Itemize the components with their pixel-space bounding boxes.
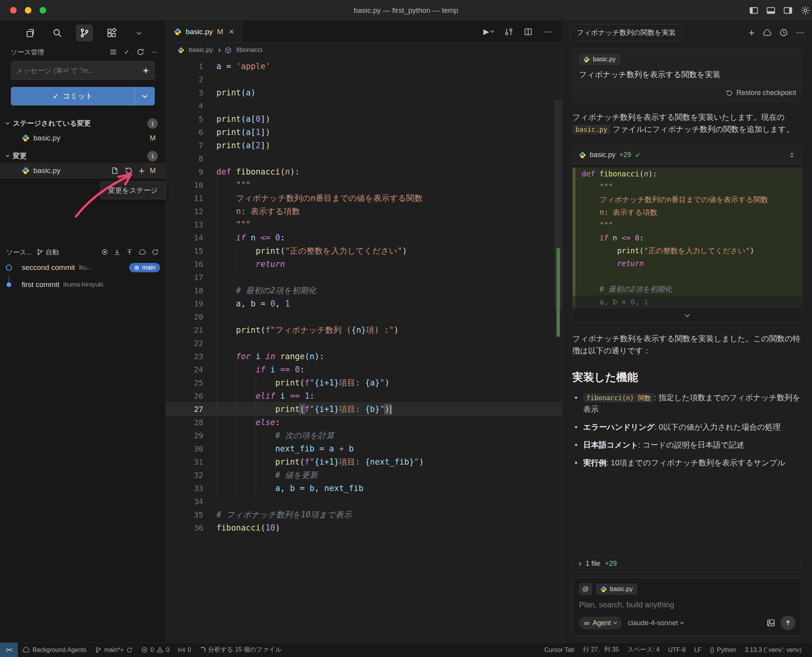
breadcrumb-symbol[interactable]: fibonacci <box>236 46 262 54</box>
line-number[interactable]: 30 <box>166 442 203 455</box>
line-number[interactable]: 27 <box>166 403 203 416</box>
model-selector[interactable]: claude-4-sonnet <box>628 619 683 627</box>
line-number[interactable]: 6 <box>166 126 203 139</box>
line-number[interactable]: 32 <box>166 469 203 482</box>
code-editor[interactable]: 1a = 'apple'23print(a)45print(a[0])6prin… <box>166 57 562 642</box>
line-number[interactable]: 34 <box>166 495 203 508</box>
indentation-status[interactable]: スペース: 4 <box>623 646 664 654</box>
code-line[interactable]: 34 <box>166 495 562 508</box>
code-line[interactable]: 28 else: <box>166 416 562 429</box>
extensions-icon[interactable] <box>103 24 120 41</box>
code-line[interactable]: 1a = 'apple' <box>166 60 562 73</box>
staged-changes-header[interactable]: ステージされている変更 1 <box>0 116 166 130</box>
run-python-file-button[interactable]: ▶ <box>483 27 494 36</box>
commit-dropdown-button[interactable] <box>135 87 155 105</box>
new-chat-icon[interactable]: + <box>749 28 755 38</box>
toggle-secondary-sidebar-icon[interactable] <box>783 6 793 15</box>
tab-basic-py[interactable]: basic.py M × <box>166 21 242 42</box>
code-line[interactable]: 17 <box>166 271 562 284</box>
line-number[interactable]: 1 <box>166 60 203 73</box>
code-line[interactable]: 4 <box>166 99 562 112</box>
background-agents-status[interactable]: Background Agents <box>18 643 91 657</box>
code-line[interactable]: 20 <box>166 310 562 323</box>
minimize-window-button[interactable] <box>25 7 31 14</box>
code-line[interactable]: 15 print("正の整数を入力してください") <box>166 244 562 258</box>
open-file-icon[interactable] <box>111 167 119 175</box>
code-line[interactable]: 9def fibonacci(n): <box>166 165 562 178</box>
commit-graph-row[interactable]: seccond commit iku... main <box>0 259 166 276</box>
code-line[interactable]: 5print(a[0]) <box>166 112 562 126</box>
code-line[interactable]: 14 if n <= 0: <box>166 231 562 244</box>
code-line[interactable]: 26 elif i == 1: <box>166 389 562 403</box>
line-number[interactable]: 20 <box>166 310 203 323</box>
line-number[interactable]: 4 <box>166 99 203 112</box>
graph-ref-picker[interactable]: 自動 <box>36 248 59 257</box>
code-line[interactable]: 8 <box>166 152 562 165</box>
code-line[interactable]: 12 n: 表示する項数 <box>166 205 562 218</box>
code-line[interactable]: 36fibonacci(10) <box>166 521 562 534</box>
stage-changes-plus-icon[interactable]: + <box>139 166 145 176</box>
code-line[interactable]: 30 next_fib = a + b <box>166 442 562 455</box>
ports-status[interactable]: 0 <box>174 643 195 657</box>
changes-header[interactable]: 変更 1 <box>0 149 166 163</box>
staged-file-row[interactable]: basic.py M <box>0 130 166 146</box>
language-mode-status[interactable]: {}Python <box>706 647 741 654</box>
cloud-icon[interactable] <box>138 249 146 255</box>
commit-button[interactable]: ✓ コミット <box>11 87 155 105</box>
maximize-window-button[interactable] <box>40 7 46 14</box>
line-number[interactable]: 29 <box>166 429 203 442</box>
discard-changes-icon[interactable] <box>125 167 133 175</box>
code-line[interactable]: 10 """ <box>166 178 562 192</box>
line-number[interactable]: 18 <box>166 284 203 297</box>
line-number[interactable]: 13 <box>166 218 203 231</box>
chat-prompt-input[interactable] <box>579 600 795 609</box>
attach-image-icon[interactable] <box>767 619 775 627</box>
line-number[interactable]: 16 <box>166 258 203 271</box>
line-number[interactable]: 22 <box>166 337 203 350</box>
python-interpreter-status[interactable]: 3.13.3 ('.venv': venv) <box>740 647 806 654</box>
line-number[interactable]: 23 <box>166 350 203 363</box>
toggle-primary-sidebar-icon[interactable] <box>749 6 758 15</box>
source-control-icon[interactable] <box>76 24 93 41</box>
chat-thread-title[interactable]: フィボナッチ数列の関数を実装 <box>570 24 682 41</box>
commit-graph-row[interactable]: first commit ikuma-hiroyuki <box>0 276 166 293</box>
line-number[interactable]: 7 <box>166 139 203 152</box>
eol-status[interactable]: LF <box>690 647 706 654</box>
line-number[interactable]: 15 <box>166 244 203 258</box>
code-line[interactable]: 33 a, b = b, next_fib <box>166 482 562 495</box>
code-line[interactable]: 6print(a[1]) <box>166 126 562 139</box>
generate-commit-message-sparkle-icon[interactable] <box>142 67 150 74</box>
code-line[interactable]: 29 # 次の項を計算 <box>166 429 562 442</box>
cursor-tab-status[interactable]: Cursor Tab <box>540 647 579 654</box>
line-number[interactable]: 17 <box>166 271 203 284</box>
line-number[interactable]: 8 <box>166 152 203 165</box>
line-number[interactable]: 2 <box>166 73 203 86</box>
close-window-button[interactable] <box>10 7 17 14</box>
code-line[interactable]: 7print(a[2]) <box>166 139 562 152</box>
encoding-status[interactable]: UTF-8 <box>664 647 690 654</box>
open-changes-diff-icon[interactable] <box>504 28 513 36</box>
code-line[interactable]: 25 print(f"{i+1}項目: {a}") <box>166 376 562 389</box>
cursor-position-status[interactable]: 行 27、列 35 <box>579 646 623 654</box>
line-number[interactable]: 25 <box>166 376 203 389</box>
code-line[interactable]: 21 print(f"フィボナッチ数列 ({n}項) :") <box>166 323 562 337</box>
refresh-icon[interactable] <box>136 48 144 56</box>
line-number[interactable]: 10 <box>166 178 203 192</box>
context-file-chip[interactable]: basic.py <box>579 54 620 65</box>
more-actions-icon[interactable]: ⋯ <box>151 48 158 56</box>
branch-head-badge[interactable]: main <box>129 263 160 272</box>
breadcrumb-file[interactable]: basic.py <box>189 46 213 54</box>
split-editor-icon[interactable] <box>524 28 532 36</box>
line-number[interactable]: 36 <box>166 521 203 534</box>
expand-code-icon[interactable] <box>788 152 795 159</box>
line-number[interactable]: 28 <box>166 416 203 429</box>
line-number[interactable]: 31 <box>166 455 203 469</box>
code-line[interactable]: 11 フィボナッチ数列のn番目までの値を表示する関数 <box>166 192 562 205</box>
view-as-list-icon[interactable] <box>109 48 117 56</box>
line-number[interactable]: 19 <box>166 297 203 310</box>
remote-window-indicator[interactable]: >< <box>0 643 18 657</box>
line-number[interactable]: 3 <box>166 86 203 99</box>
add-context-button[interactable]: @ <box>579 583 592 595</box>
line-number[interactable]: 12 <box>166 205 203 218</box>
line-number[interactable]: 35 <box>166 508 203 521</box>
